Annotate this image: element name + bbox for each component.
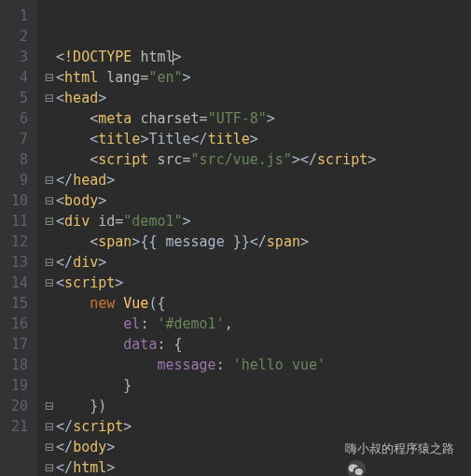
token-attr: id=: [98, 213, 123, 230]
line-number: 4: [11, 67, 28, 88]
token-tag: title: [208, 131, 250, 147]
token-punct: <: [90, 131, 98, 147]
token-punct: >: [250, 131, 258, 147]
code-line[interactable]: ⊟<html lang="en">: [45, 67, 471, 88]
line-number: 17: [11, 334, 28, 355]
token-attr: charset=: [140, 110, 207, 127]
watermark: 嗨小叔的程序猿之路: [319, 439, 454, 459]
token-punct: <: [56, 274, 64, 291]
token-punct: }: [123, 377, 132, 394]
code-line[interactable]: ⊟<div id="demo1">: [45, 211, 471, 231]
fold-toggle-icon: [45, 149, 56, 170]
fold-toggle-icon: [45, 231, 56, 252]
code-line[interactable]: ⊟</head>: [45, 170, 471, 190]
token-punct: ,: [225, 315, 233, 332]
token-punct: </: [191, 131, 208, 147]
token-punct: <: [56, 69, 64, 86]
fold-toggle-icon[interactable]: ⊟: [45, 416, 56, 437]
code-line[interactable]: }: [45, 375, 471, 396]
token-str: '#demo1': [157, 315, 224, 332]
token-punct: >: [367, 151, 376, 168]
code-line[interactable]: <meta charset="UTF-8">: [45, 108, 471, 129]
line-number: 5: [11, 88, 28, 108]
fold-toggle-icon[interactable]: ⊟: [45, 170, 56, 190]
token-punct: </: [56, 172, 73, 189]
token-prop: message: [157, 357, 215, 373]
token-kw: new: [90, 295, 123, 312]
line-number: 20: [11, 396, 28, 416]
token-punct: </: [56, 439, 73, 455]
line-number: 12: [11, 231, 28, 252]
code-line[interactable]: ⊟</div>: [45, 252, 471, 273]
fold-toggle-icon[interactable]: ⊟: [45, 273, 56, 293]
line-number: 11: [11, 211, 28, 231]
token-punct: >: [98, 254, 106, 271]
code-line[interactable]: <title>Title</title>: [45, 129, 471, 149]
fold-toggle-icon[interactable]: ⊟: [45, 437, 56, 457]
fold-toggle-icon: [45, 129, 56, 149]
code-line[interactable]: <script src="src/vue.js"></script>: [45, 149, 471, 170]
line-number: 6: [11, 108, 28, 129]
code-line[interactable]: ⊟</html>: [45, 457, 471, 476]
code-area[interactable]: <!DOCTYPE html>⊟<html lang="en">⊟<head> …: [37, 0, 471, 476]
fold-toggle-icon[interactable]: ⊟: [45, 88, 56, 108]
fold-toggle-icon[interactable]: ⊟: [45, 396, 56, 416]
token-punct: ></: [292, 151, 317, 168]
code-line[interactable]: new Vue({: [45, 293, 471, 314]
line-number: 14: [11, 273, 28, 293]
token-punct: <: [56, 213, 64, 230]
token-punct: <: [56, 90, 64, 106]
token-tag: html: [64, 69, 106, 86]
token-punct: :: [216, 357, 233, 373]
code-line[interactable]: ⊟ }): [45, 396, 471, 416]
token-punct: <: [90, 151, 98, 168]
fold-toggle-icon[interactable]: ⊟: [45, 252, 56, 273]
line-number: 9: [11, 170, 28, 190]
fold-toggle-icon: [45, 47, 56, 67]
token-plain: {{ message }}: [140, 233, 249, 250]
token-punct: :: [140, 315, 157, 332]
code-line[interactable]: <!DOCTYPE html>: [45, 47, 471, 67]
code-editor[interactable]: 123456789101112131415161718192021 <!DOCT…: [0, 0, 471, 476]
line-number: 8: [11, 149, 28, 170]
token-tag: script: [64, 274, 115, 291]
code-line[interactable]: message: 'hello vue': [45, 355, 471, 375]
token-tag: span: [267, 233, 300, 250]
token-punct: >: [106, 439, 115, 455]
token-str: 'hello vue': [233, 357, 326, 373]
token-tag: !DOCTYPE: [64, 49, 140, 65]
token-tag: meta: [98, 110, 140, 127]
token-punct: <: [90, 110, 98, 127]
token-tag: div: [64, 213, 98, 230]
code-line[interactable]: ⊟</script>: [45, 416, 471, 437]
token-punct: </: [56, 459, 73, 476]
token-attr: html: [140, 49, 173, 65]
token-punct: >: [300, 233, 309, 250]
code-line[interactable]: ⊟<body>: [45, 190, 471, 211]
token-punct: ({: [148, 295, 165, 312]
code-line[interactable]: el: '#demo1',: [45, 314, 471, 334]
code-line[interactable]: data: {: [45, 334, 471, 355]
token-punct: >: [123, 418, 132, 435]
token-str: "UTF-8": [208, 110, 267, 127]
line-number: 3: [11, 47, 28, 67]
token-punct: >: [98, 192, 106, 209]
fold-toggle-icon: [45, 375, 56, 396]
token-prop: el: [123, 315, 140, 332]
watermark-text: 嗨小叔的程序猿之路: [345, 439, 454, 459]
code-line[interactable]: ⊟<head>: [45, 88, 471, 108]
fold-toggle-icon[interactable]: ⊟: [45, 67, 56, 88]
fold-toggle-icon[interactable]: ⊟: [45, 211, 56, 231]
line-number: 21: [11, 416, 28, 437]
code-line[interactable]: ⊟<script>: [45, 273, 471, 293]
token-tag: script: [73, 418, 123, 435]
token-punct: : {: [157, 336, 182, 353]
fold-toggle-icon[interactable]: ⊟: [45, 457, 56, 476]
line-number: 2: [11, 26, 28, 47]
token-attr: src=: [157, 151, 190, 168]
fold-toggle-icon[interactable]: ⊟: [45, 190, 56, 211]
token-punct: >: [98, 90, 106, 106]
token-str: "demo1": [123, 213, 182, 230]
code-line[interactable]: <span>{{ message }}</span>: [45, 231, 471, 252]
token-punct: >: [173, 49, 182, 65]
